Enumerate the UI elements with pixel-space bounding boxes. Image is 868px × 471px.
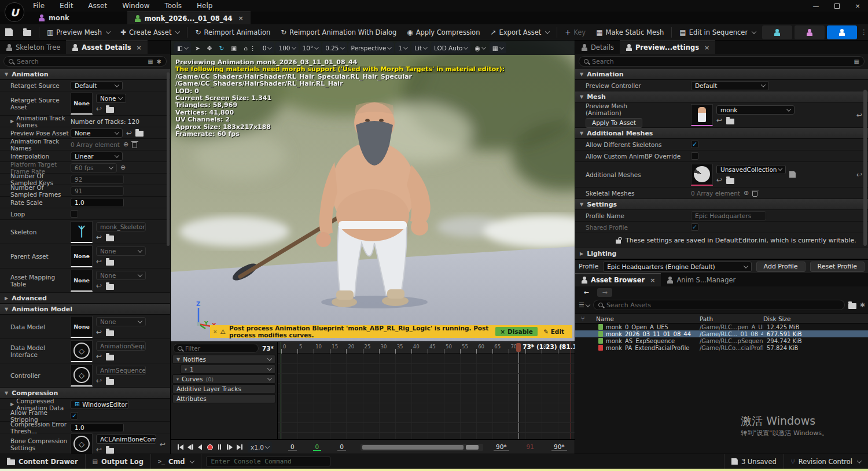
apply-compression-button[interactable]: ◉Apply Compression	[402, 24, 485, 41]
thumbnail-monk[interactable]	[691, 104, 713, 126]
delete-elements-icon[interactable]	[132, 142, 137, 148]
track-1[interactable]: ▾1	[181, 365, 275, 374]
section-animation[interactable]: ▼Animation	[575, 69, 868, 80]
value-dropdown[interactable]: None	[96, 317, 146, 326]
transport-field[interactable]: 0	[288, 443, 297, 451]
browse-to-icon[interactable]	[726, 119, 734, 124]
preview-mesh-button[interactable]: ▥Preview Mesh	[42, 24, 115, 41]
delete-elements-icon[interactable]	[752, 191, 757, 197]
tab-close-icon[interactable]: ×	[704, 44, 709, 51]
use-selected-icon[interactable]: ↩	[126, 129, 132, 137]
asset-details-search[interactable]: Search ▦ ✱	[3, 56, 167, 67]
value-dropdown[interactable]: monk	[716, 105, 795, 115]
thumbnail-cube[interactable]: ◇	[71, 340, 93, 362]
value-dropdown[interactable]: 60 fps	[71, 163, 117, 172]
track-attributes[interactable]: Attributes	[172, 394, 275, 403]
value-dropdown[interactable]: ACLAnimBoneCompre	[96, 435, 156, 444]
tab-close-icon[interactable]: ×	[650, 277, 655, 284]
tab-close-icon[interactable]: ×	[238, 14, 244, 22]
step-forward-button[interactable]	[225, 442, 234, 452]
view-modes-eye-icon[interactable]: ◉	[472, 42, 488, 53]
right-tab-previewettings[interactable]: Preview...ettings×	[620, 41, 715, 54]
save-button[interactable]	[0, 24, 18, 41]
section-mesh[interactable]: ▼Mesh	[575, 91, 868, 102]
section-additional-meshes[interactable]: ▼Additional Meshes	[575, 128, 868, 139]
lit-mode-dropdown[interactable]: Lit	[411, 42, 430, 53]
hierarchy-icon[interactable]: ⑂	[575, 315, 596, 322]
warning-close-icon[interactable]: ×	[210, 329, 220, 334]
profile-dropdown[interactable]: Epic Headquarters (Engine Default)	[603, 262, 751, 272]
close-button[interactable]: ×	[847, 0, 868, 12]
mesh-mode-button[interactable]	[795, 25, 825, 39]
perspective-dropdown[interactable]: Perspective	[348, 42, 395, 53]
menu-file[interactable]: File	[25, 0, 52, 12]
add-element-icon[interactable]: ⊕	[123, 141, 128, 148]
transport-field[interactable]: 90*	[551, 443, 567, 451]
preview-viewport[interactable]: ◧ ➤ ✥ ↻ ▣ ⌂ ⋮ 010010°0.25Perspective1Lit…	[171, 41, 575, 341]
asset-root-tab[interactable]: monk	[32, 12, 75, 24]
value-dropdown[interactable]: AnimationSequencerD	[96, 341, 146, 351]
menu-window[interactable]: Window	[115, 0, 157, 12]
more-options-icon[interactable]: ⋮	[858, 28, 868, 36]
column-header-disk-size[interactable]: Disk Size	[763, 315, 790, 322]
thumbnail-none[interactable]: None	[71, 270, 93, 292]
checkbox[interactable]: ✓	[71, 412, 78, 420]
to-end-button[interactable]	[234, 442, 244, 452]
disable-button[interactable]: ×Disable	[495, 327, 538, 336]
timeline-track-area[interactable]: 0510152025303540455055606570758085 73* (…	[278, 342, 575, 439]
console-command-input[interactable]: Enter Console Command	[206, 457, 330, 466]
pause-button[interactable]	[215, 442, 225, 452]
column-header-name[interactable]: Name	[596, 315, 700, 322]
right-panel-scrollbar[interactable]	[863, 90, 867, 246]
scrollbar-thumb-cap[interactable]	[466, 445, 479, 450]
use-selected-icon[interactable]: ↩	[96, 377, 102, 385]
thumbnail-skel[interactable]: ᛉ	[71, 221, 93, 243]
asset-row[interactable]: monk_PA_ExtendFacialProfile/Game/RLCo...…	[575, 344, 868, 351]
back-arrow-button[interactable]: ←	[579, 288, 594, 297]
menu-tools[interactable]: Tools	[157, 0, 189, 12]
grid-snap-dropdown[interactable]: 100	[275, 42, 298, 53]
reset-to-default-icon[interactable]: ↩	[856, 111, 862, 119]
tab-close-icon[interactable]: ×	[137, 44, 142, 51]
value-dropdown[interactable]: None	[96, 246, 146, 256]
use-selected-icon[interactable]: ↩	[96, 352, 102, 360]
section-advanced[interactable]: ▶Advanced	[0, 293, 170, 304]
transport-field[interactable]: 91	[524, 443, 536, 451]
menu-help[interactable]: Help	[189, 0, 220, 12]
browse-to-icon[interactable]	[106, 330, 114, 336]
unsaved-status-button[interactable]: 3 Unsaved	[724, 454, 784, 469]
checkbox[interactable]	[691, 152, 698, 160]
move-tool-icon[interactable]: ✥	[204, 42, 215, 53]
left-tab-skeletontree[interactable]: Skeleton Tree	[0, 41, 66, 54]
browse-to-icon[interactable]	[106, 448, 114, 454]
right-tab-details[interactable]: Details	[575, 41, 620, 54]
select-tool-icon[interactable]: ➤	[192, 42, 203, 53]
use-selected-icon[interactable]: ↩	[716, 176, 722, 184]
rotate-tool-icon[interactable]: ↻	[216, 42, 227, 53]
add-element-icon[interactable]: ⊕	[744, 189, 749, 197]
browse-to-icon[interactable]	[135, 131, 144, 137]
scale-snap-dropdown[interactable]: 0.25	[322, 42, 347, 53]
assetbrowser-tab-assetbrowser[interactable]: Asset Browser×	[575, 273, 661, 286]
use-selected-icon[interactable]: ↩	[96, 328, 102, 336]
section-settings[interactable]: ▼Settings	[575, 199, 868, 210]
playback-speed-dropdown[interactable]: x1.0	[248, 441, 272, 452]
browse-to-icon[interactable]	[106, 355, 114, 360]
value-dropdown[interactable]: None	[71, 128, 123, 138]
record-button[interactable]	[205, 442, 215, 452]
track-notifies[interactable]: ▼Notifies	[172, 355, 275, 364]
minimize-button[interactable]: —	[806, 0, 826, 12]
thumbnail-cube[interactable]: ◇	[71, 365, 93, 387]
reset-profile-button[interactable]: Reset Profile	[810, 262, 865, 272]
revision-control-button[interactable]: ⑂ Revision Control	[784, 454, 868, 469]
value-dropdown[interactable]: ⊞WindowsEditor	[71, 400, 128, 409]
assetbrowser-tab-animsmanager[interactable]: Anim S...Manager	[661, 273, 741, 286]
apply-to-asset-button[interactable]: Apply To Asset	[586, 118, 642, 128]
step-backward-button[interactable]	[185, 442, 195, 452]
track-curves[interactable]: ▾Curves(0)	[172, 374, 275, 384]
track-additive-layer-tracks[interactable]: Additive Layer Tracks	[172, 384, 275, 393]
value-dropdown[interactable]: None	[96, 271, 146, 280]
browse-to-icon[interactable]	[106, 379, 114, 385]
screen-percentage-dropdown[interactable]: 1	[395, 42, 410, 53]
save-collection-icon[interactable]	[789, 171, 796, 178]
